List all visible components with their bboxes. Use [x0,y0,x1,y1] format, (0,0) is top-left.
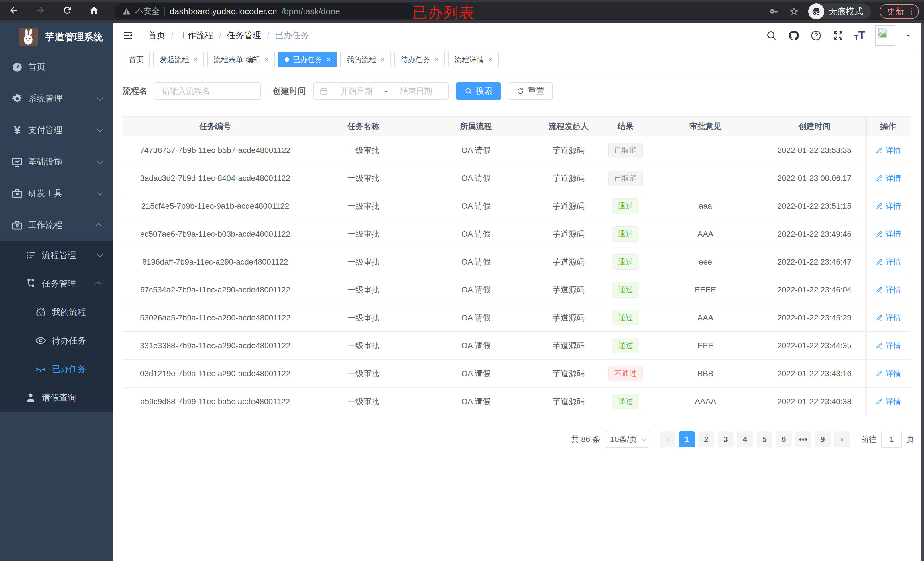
bookmark-star-icon[interactable] [788,6,800,17]
page-size-select[interactable]: 10条/页 [606,431,649,448]
cell-result: 通过 [604,276,647,304]
table-row: 331e3388-7b9a-11ec-a290-acde48001122一级审批… [123,332,911,360]
tab-4[interactable]: 我的流程× [340,52,391,67]
reset-button[interactable]: 重置 [508,82,553,100]
page-button-3[interactable]: 3 [718,431,734,447]
chevron-down-icon [97,158,103,164]
browser-forward-button[interactable] [35,4,46,16]
breadcrumb-item-0[interactable]: 首页 [148,30,165,41]
detail-link[interactable]: 详情 [875,145,901,156]
tab-close-icon[interactable]: × [434,55,438,64]
tab-label: 首页 [129,55,144,64]
window-scrollbar[interactable] [921,23,924,561]
tab-3[interactable]: 已办任务× [279,52,337,67]
more-pages-button[interactable]: ••• [795,431,811,447]
sidebar-item-7[interactable]: 任务管理 [0,269,113,298]
goto-unit: 页 [906,434,914,445]
security-warning-icon[interactable] [123,7,130,15]
cell-created: 2022-01-22 23:40:38 [764,387,865,415]
font-size-icon[interactable]: TT [854,29,865,42]
process-name-input-wrap [155,82,261,100]
breadcrumb-item-1[interactable]: 工作流程 [179,30,213,41]
fullscreen-icon[interactable] [832,29,844,42]
detail-link[interactable]: 详情 [875,229,901,239]
table-row: 67c534a2-7b9a-11ec-a290-acde48001122一级审批… [123,276,911,304]
security-label[interactable]: 不安全 [135,6,160,17]
search-icon[interactable] [765,29,778,42]
detail-link[interactable]: 详情 [875,285,901,295]
caret-down-icon[interactable] [905,33,912,39]
browser-back-button[interactable] [8,4,20,16]
sidebar-item-4[interactable]: 研发工具 [0,178,113,209]
tab-close-icon[interactable]: × [193,55,198,64]
column-header-0: 任务编号 [123,117,308,136]
sidebar-item-3[interactable]: 基础设施 [0,146,113,178]
sidebar-item-8[interactable]: 我的流程 [0,298,113,326]
page-button-4[interactable]: 4 [737,431,753,447]
key-icon[interactable] [768,6,780,17]
tab-close-icon[interactable]: × [488,55,492,64]
sidebar-item-5[interactable]: 工作流程 [0,209,113,241]
tab-2[interactable]: 流程表单-编辑× [207,52,275,67]
detail-link[interactable]: 详情 [875,368,901,379]
detail-link[interactable]: 详情 [875,257,901,267]
prev-page-button[interactable]: ‹ [660,431,675,447]
sidebar-item-label: 待办任务 [52,335,86,347]
cell-result: 通过 [604,248,647,276]
sidebar-item-11[interactable]: 请假查询 [0,383,113,412]
help-icon[interactable] [810,29,822,42]
tab-close-icon[interactable]: × [264,55,269,64]
toolbox-icon [10,188,24,200]
cell-starter: 芋道源码 [533,276,604,304]
tab-bar: 首页发起流程×流程表单-编辑×已办任务×我的流程×待办任务×流程详情× [113,48,924,71]
browser-home-button[interactable] [88,4,100,16]
detail-link[interactable]: 详情 [875,341,901,351]
detail-link[interactable]: 详情 [875,396,901,407]
process-name-input[interactable] [162,87,254,96]
cell-comment: BBB [647,360,764,387]
chevron-up-icon [96,223,102,229]
next-page-button[interactable]: › [834,431,850,447]
start-date-placeholder[interactable]: 开始日期 [330,86,383,97]
sidebar-item-10[interactable]: 已办任务 [0,355,113,383]
breadcrumb-item-2[interactable]: 任务管理 [227,30,261,41]
browser-update-button[interactable]: 更新 [879,4,919,19]
tab-close-icon[interactable]: × [380,55,384,64]
cell-flow: OA 请假 [419,332,533,359]
breadcrumb-item-3: 已办任务 [275,30,309,41]
sidebar-item-0[interactable]: 首页 [0,51,113,83]
browser-refresh-button[interactable] [62,4,73,16]
date-range-picker[interactable]: 开始日期 - 结束日期 [313,82,448,100]
sidebar-item-9[interactable]: 待办任务 [0,326,113,355]
page-button-1[interactable]: 1 [679,431,695,447]
tab-6[interactable]: 流程详情× [448,52,499,67]
browser-url-bar[interactable]: 不安全 dashboard.yudao.iocoder.cn/bpm/task/… [115,3,415,19]
cell-comment: AAA [647,304,764,332]
cell-result: 已取消 [604,164,647,192]
detail-link[interactable]: 详情 [875,313,901,323]
goto-page-input[interactable] [882,431,901,447]
github-icon[interactable] [788,29,800,42]
tab-close-icon[interactable]: × [326,55,331,64]
tab-1[interactable]: 发起流程× [153,52,204,67]
page-button-2[interactable]: 2 [698,431,714,447]
sidebar-item-2[interactable]: ¥支付管理 [0,114,113,146]
user-avatar[interactable] [875,25,896,46]
page-button-9[interactable]: 9 [814,431,831,447]
detail-link[interactable]: 详情 [875,173,901,183]
sidebar-item-6[interactable]: 流程管理 [0,241,113,269]
cell-actions: 详情 [865,360,911,387]
end-date-placeholder[interactable]: 结束日期 [390,86,442,97]
tab-5[interactable]: 待办任务× [394,52,445,67]
cell-created: 2022-01-22 23:43:16 [764,360,865,387]
cell-comment: eee [647,248,764,276]
sidebar-item-1[interactable]: 系统管理 [0,83,113,114]
search-button[interactable]: 搜索 [456,82,501,100]
app-logo[interactable]: 芋道管理系统 [0,23,113,51]
sidebar-collapse-icon[interactable] [123,30,134,41]
page-button-6[interactable]: 6 [776,431,792,447]
kebab-menu-icon [907,7,915,16]
detail-link[interactable]: 详情 [875,201,901,211]
tab-0[interactable]: 首页 [123,52,150,67]
page-button-5[interactable]: 5 [756,431,772,447]
